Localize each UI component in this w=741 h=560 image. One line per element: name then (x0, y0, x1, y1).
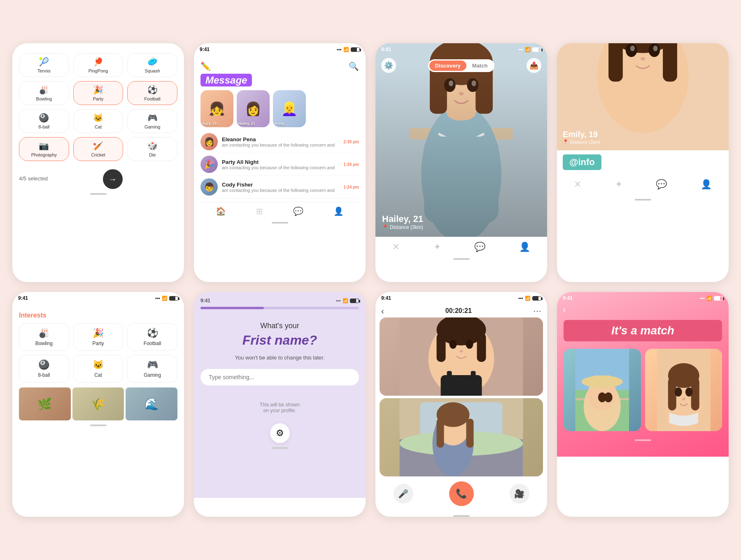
home-indicator-fn (272, 447, 288, 449)
stories-row: 👧 Suzy, 19 👩 Hailey, 21 👱‍♀️ Anna, (200, 90, 359, 127)
end-call-button[interactable]: 📞 (449, 481, 474, 506)
disc-signal-icon: ▪▪▪ (518, 47, 523, 52)
svg-point-59 (604, 392, 613, 402)
chat-icon[interactable]: 💬 (474, 242, 485, 252)
more-button[interactable]: ⋯ (533, 306, 541, 316)
settings-icon[interactable]: ⚙️ (381, 58, 396, 73)
nav-message-icon[interactable]: 💬 (293, 206, 303, 216)
int2-battery-icon (169, 296, 178, 301)
search-icon[interactable]: 🔍 (349, 61, 359, 71)
interest-football[interactable]: ⚽ Football (127, 81, 177, 105)
cricket-emoji: 🏏 (93, 141, 103, 151)
match-back-button[interactable]: ‹ (563, 304, 566, 315)
vc-image-1 (380, 317, 543, 396)
camera-button[interactable]: 🎥 (510, 484, 529, 504)
match-star-icon[interactable]: ✦ (615, 179, 622, 190)
int2-football[interactable]: ⚽ Football (127, 323, 177, 351)
interest-party[interactable]: 🎉 Party (73, 81, 124, 105)
messages-header: ✏️ 🔍 (200, 60, 359, 75)
interest-photography[interactable]: 📷 Photography (19, 137, 69, 161)
message-party[interactable]: 🎉 Party All Night am contacting you beca… (200, 153, 359, 176)
interest-8ball[interactable]: 🎱 8-ball (19, 109, 69, 133)
star-icon[interactable]: ✦ (433, 242, 441, 252)
match-status-bar: 9:41 ▪▪▪ 📶 (557, 292, 729, 303)
message-list: 👩 Eleanor Pena am contacting you because… (200, 131, 359, 198)
int2-8ball[interactable]: 🎱 8-ball (19, 355, 69, 383)
status-icons: ▪▪▪ 📶 (337, 47, 360, 52)
int2-party[interactable]: 🎉 Party (73, 323, 124, 351)
tab-match[interactable]: Match (466, 61, 494, 71)
firstname-status-bar: 9:41 ▪▪▪ 📶 (200, 298, 359, 307)
match-signal-icon: ▪▪▪ (700, 296, 705, 301)
interest-gaming[interactable]: 🎮 Gaming (127, 109, 177, 133)
tennis-label: Tennis (37, 68, 51, 73)
8ball-label: 8-ball (38, 124, 49, 129)
squash-label: Squash (145, 68, 160, 73)
firstname-input[interactable] (200, 369, 359, 385)
progress-bar-wrap (200, 307, 359, 309)
edit-icon[interactable]: ✏️ (200, 61, 211, 71)
discovery-status-time: 9:41 (381, 47, 391, 52)
pingpong-emoji: 🏓 (93, 57, 103, 67)
profile-note: This will be shownon your profile. (200, 402, 359, 413)
interests2-label: Interests (19, 312, 177, 319)
nav-home-icon[interactable]: 🏠 (216, 206, 226, 216)
message-cody[interactable]: 👦 Cody Fisher am contacting you because … (200, 176, 359, 198)
interest-squash[interactable]: 🥏 Squash (127, 53, 177, 77)
avatar-cody: 👦 (200, 178, 218, 196)
vc-image-2 (380, 398, 543, 476)
int2-bowling[interactable]: 🎳 Bowling (19, 323, 69, 351)
interest-die[interactable]: 🎲 Die (127, 137, 177, 161)
match-chat-icon[interactable]: 💬 (656, 179, 667, 190)
match-battery-icon (714, 296, 723, 301)
home-indicator-vc (453, 515, 470, 517)
interest-cricket[interactable]: 🏏 Cricket (73, 137, 124, 161)
share-icon[interactable]: 📤 (527, 58, 541, 73)
story-hailey[interactable]: 👩 Hailey, 21 (237, 90, 270, 127)
int2-cat[interactable]: 🐱 Cat (73, 355, 124, 383)
interest-cat[interactable]: 🐱 Cat (73, 109, 124, 133)
firstname-status-time: 9:41 (200, 298, 210, 303)
int2-gaming-emoji: 🎮 (147, 359, 158, 370)
interest-bowling[interactable]: 🎳 Bowling (19, 81, 69, 105)
discovery-profile-distance: 📍 Distance (3km) (382, 224, 423, 230)
tab-discovery[interactable]: Discovery (429, 61, 466, 71)
int2-bowling-emoji: 🎳 (38, 328, 49, 338)
svg-point-26 (653, 46, 658, 51)
gear-button[interactable]: ⚙ (270, 423, 290, 443)
match-bg: 9:41 ▪▪▪ 📶 ‹ It's a match (557, 292, 729, 457)
interest-pingpong[interactable]: 🏓 PingPong (73, 53, 124, 77)
svg-point-68 (682, 398, 685, 400)
nav-grid-icon[interactable]: ⊞ (256, 206, 263, 216)
msg-content-cody: Cody Fisher am contacting you because of… (222, 182, 339, 193)
story-anna[interactable]: 👱‍♀️ Anna, (273, 90, 306, 127)
close-icon[interactable]: ✕ (392, 242, 400, 252)
msg-time-eleanor: 2:30 pm (343, 140, 359, 144)
int2-gaming-label: Gaming (144, 372, 161, 378)
message-eleanor[interactable]: 👩 Eleanor Pena am contacting you because… (200, 131, 359, 153)
signal-icon: ▪▪▪ (337, 47, 342, 52)
match-profile-icon[interactable]: 👤 (701, 179, 712, 190)
match-close-icon[interactable]: ✕ (574, 179, 581, 190)
int2-gaming[interactable]: 🎮 Gaming (127, 355, 177, 383)
profile-icon[interactable]: 👤 (519, 242, 530, 252)
wifi-icon: 📶 (343, 47, 349, 52)
football-emoji: ⚽ (147, 85, 158, 95)
interest-tennis[interactable]: 🎾 Tennis (19, 53, 69, 77)
back-button[interactable]: ‹ (381, 306, 384, 316)
football-label: Football (144, 96, 161, 101)
videocall-header: ‹ 00:20:21 ⋯ (375, 303, 547, 317)
svg-point-66 (674, 387, 682, 397)
nav-profile-icon[interactable]: 👤 (333, 206, 344, 216)
match-back-wrap: ‹ (557, 303, 729, 317)
next-button[interactable]: → (103, 169, 123, 189)
match-status-icons: ▪▪▪ 📶 (700, 296, 723, 301)
msg-name-party: Party All Night (222, 159, 339, 165)
pingpong-label: PingPong (89, 68, 108, 73)
gaming-label: Gaming (144, 124, 161, 129)
firstname-title-line1: What's your (200, 322, 359, 330)
vc-status-time: 9:41 (381, 295, 391, 301)
mic-button[interactable]: 🎤 (394, 484, 413, 504)
match-photo-2 (645, 349, 722, 431)
story-suzy[interactable]: 👧 Suzy, 19 (200, 90, 233, 127)
